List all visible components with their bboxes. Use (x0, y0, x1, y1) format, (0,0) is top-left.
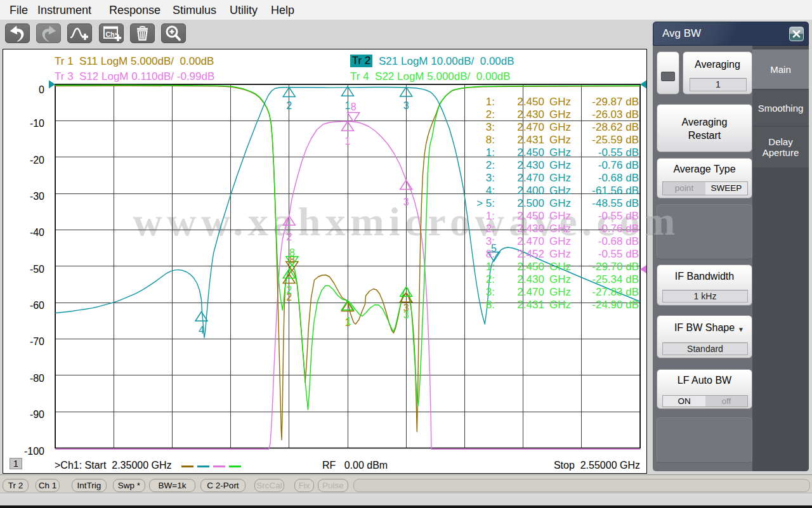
svg-text:Ch: Ch (106, 30, 115, 38)
svg-text:3: 3 (403, 197, 409, 207)
svg-text:2: 2 (286, 285, 292, 296)
svg-text:3: 3 (403, 309, 409, 320)
svg-text:2: 2 (286, 100, 292, 111)
svg-text:8: 8 (351, 101, 357, 112)
svg-text:2: 2 (286, 231, 292, 242)
svg-text:3: 3 (403, 100, 409, 111)
svg-text:1: 1 (345, 136, 351, 147)
svg-text:1: 1 (345, 100, 351, 111)
svg-text:1: 1 (346, 316, 351, 327)
svg-text:8: 8 (289, 247, 295, 258)
svg-text:4: 4 (199, 325, 204, 335)
